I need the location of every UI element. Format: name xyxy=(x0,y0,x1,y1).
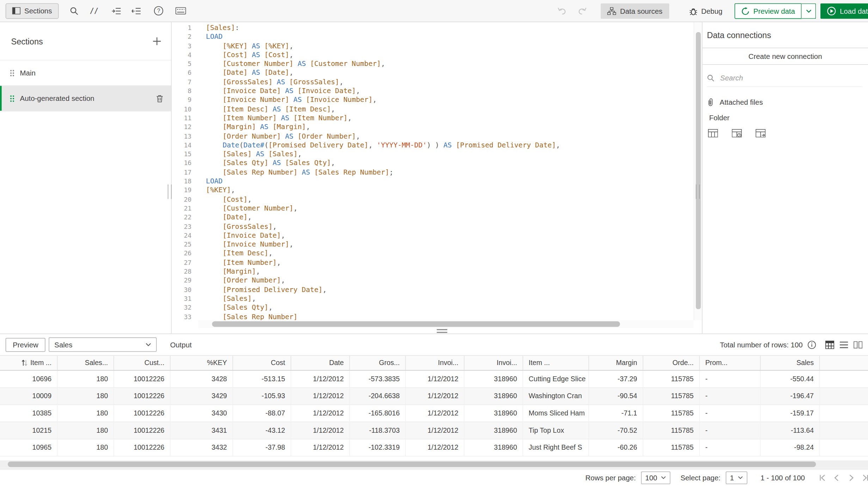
data-file-icon-3[interactable] xyxy=(756,129,765,138)
table-cell: - xyxy=(700,405,761,421)
column-header[interactable]: Item ... xyxy=(0,356,57,370)
column-header[interactable]: Cost xyxy=(233,356,291,370)
table-cell: 180 xyxy=(57,422,114,439)
comment-toggle-button[interactable]: // xyxy=(86,3,102,19)
card-view-button[interactable] xyxy=(854,341,862,348)
table-cell: -513.15 xyxy=(233,371,291,387)
select-page-value: 1 xyxy=(730,473,734,482)
data-file-icon-1[interactable] xyxy=(708,129,718,138)
add-section-button[interactable] xyxy=(153,37,161,45)
preview-data-icon xyxy=(741,7,750,16)
horizontal-scroll-thumb[interactable] xyxy=(212,321,620,327)
column-header[interactable]: Date xyxy=(291,356,350,370)
connections-search-input[interactable] xyxy=(720,74,831,82)
sections-sidebar: Sections MainAuto-generated section xyxy=(0,22,172,334)
script-code-area[interactable]: 1[Sales]:2LOAD3 [%KEY] AS [%KEY],4 [Cost… xyxy=(172,22,694,320)
preview-panel-resize-handle[interactable] xyxy=(437,329,447,333)
sidebar-resize-handle[interactable] xyxy=(168,184,172,199)
line-number: 8 xyxy=(172,86,198,96)
column-header[interactable]: Sales... xyxy=(57,356,114,370)
script-editor[interactable]: 1[Sales]:2LOAD3 [%KEY] AS [%KEY],4 [Cost… xyxy=(172,22,702,334)
table-cell: 1/12/2012 xyxy=(406,422,464,439)
column-header[interactable]: %KEY xyxy=(171,356,233,370)
last-page-button[interactable] xyxy=(858,472,868,484)
column-header[interactable]: Sales xyxy=(761,356,820,370)
code-line: 33 [Sales Rep Number] xyxy=(172,312,694,320)
preview-tab-button[interactable]: Preview xyxy=(6,338,45,351)
sidebar-item-auto-generated-section[interactable]: Auto-generated section xyxy=(0,86,171,111)
undo-button[interactable] xyxy=(554,3,570,19)
drag-handle-icon[interactable] xyxy=(10,69,14,76)
outdent-icon xyxy=(132,7,141,15)
create-new-connection-button[interactable]: Create new connection xyxy=(702,48,868,65)
drag-handle-icon[interactable] xyxy=(10,95,14,102)
outdent-button[interactable] xyxy=(129,3,144,19)
line-number: 16 xyxy=(172,159,198,168)
table-view-button[interactable] xyxy=(825,340,834,349)
vertical-scroll-thumb[interactable] xyxy=(696,32,701,309)
help-button[interactable]: ? xyxy=(151,3,167,19)
editor-horizontal-scrollbar[interactable] xyxy=(198,320,694,328)
column-header[interactable]: Invoi... xyxy=(406,356,464,370)
column-header-label: Gros... xyxy=(379,359,400,367)
column-header-label: Date xyxy=(329,359,344,367)
rows-per-page-select[interactable]: 100 xyxy=(641,471,670,484)
column-header[interactable]: Margin xyxy=(589,356,643,370)
table-select[interactable]: Sales xyxy=(49,338,157,352)
column-header[interactable]: Orde... xyxy=(643,356,700,370)
column-header[interactable]: Invoi... xyxy=(464,356,523,370)
table-cell: 180 xyxy=(57,371,114,387)
sidebar-item-main[interactable]: Main xyxy=(0,60,171,86)
table-cell: 10012226 xyxy=(114,371,171,387)
code-line: 8 [Invoice Date] AS [Invoice Date], xyxy=(172,86,694,96)
code-line: 23 [GrossSales], xyxy=(172,222,694,231)
line-number: 5 xyxy=(172,59,198,68)
svg-text:?: ? xyxy=(157,8,160,14)
code-line: 13 [Order Number] AS [Order Number], xyxy=(172,132,694,141)
editor-vertical-scrollbar[interactable] xyxy=(694,22,702,320)
data-file-icon-2[interactable] xyxy=(732,129,742,138)
indent-button[interactable] xyxy=(109,3,124,19)
keyboard-shortcuts-button[interactable] xyxy=(173,3,189,19)
info-icon[interactable] xyxy=(808,340,816,349)
select-page-select[interactable]: 1 xyxy=(726,471,747,484)
debug-button[interactable]: Debug xyxy=(682,3,729,19)
redo-button[interactable] xyxy=(574,3,590,19)
data-sources-button[interactable]: Data sources xyxy=(601,3,669,19)
next-page-icon xyxy=(847,474,854,481)
table-cell: 1/12/2012 xyxy=(291,388,350,405)
indent-icon xyxy=(112,7,122,15)
search-script-button[interactable] xyxy=(66,3,82,19)
connections-search-box xyxy=(707,74,862,87)
sidebar-panel-icon xyxy=(12,7,21,14)
code-line: 30 [Promised Delivery Date], xyxy=(172,285,694,294)
table-cell: 318960 xyxy=(464,388,523,405)
total-rows-text: Total number of rows: 100 xyxy=(720,340,803,349)
column-header[interactable]: Prom... xyxy=(700,356,761,370)
table-cell: 10009 xyxy=(0,388,57,405)
preview-data-button[interactable]: Preview data xyxy=(734,3,801,19)
table-cell: -37.29 xyxy=(589,371,643,387)
preview-data-dropdown-button[interactable] xyxy=(802,3,816,19)
next-page-button[interactable] xyxy=(844,472,858,484)
sections-toggle-label: Sections xyxy=(24,7,52,15)
column-header[interactable]: Gros... xyxy=(350,356,406,370)
delete-section-button[interactable] xyxy=(156,95,163,102)
column-header[interactable]: Item ... xyxy=(523,356,589,370)
output-tab-button[interactable]: Output xyxy=(170,340,192,349)
preview-horizontal-scrollbar[interactable] xyxy=(0,460,868,468)
sections-toggle-button[interactable]: Sections xyxy=(6,3,59,19)
column-header[interactable]: Sales... xyxy=(820,356,868,370)
connections-panel-resize-handle[interactable] xyxy=(696,184,700,199)
column-header[interactable]: Cust... xyxy=(114,356,171,370)
line-number: 14 xyxy=(172,141,198,150)
attached-files-group[interactable]: Attached files xyxy=(707,98,864,107)
previous-page-button[interactable] xyxy=(829,472,844,484)
list-view-button[interactable] xyxy=(840,341,848,348)
column-header-label: Invoi... xyxy=(438,359,458,367)
column-header-label: Cust... xyxy=(144,359,165,367)
line-number: 28 xyxy=(172,267,198,276)
first-page-button[interactable] xyxy=(815,472,829,484)
load-data-button[interactable]: Load data xyxy=(820,3,868,19)
preview-scroll-thumb[interactable] xyxy=(8,461,816,467)
